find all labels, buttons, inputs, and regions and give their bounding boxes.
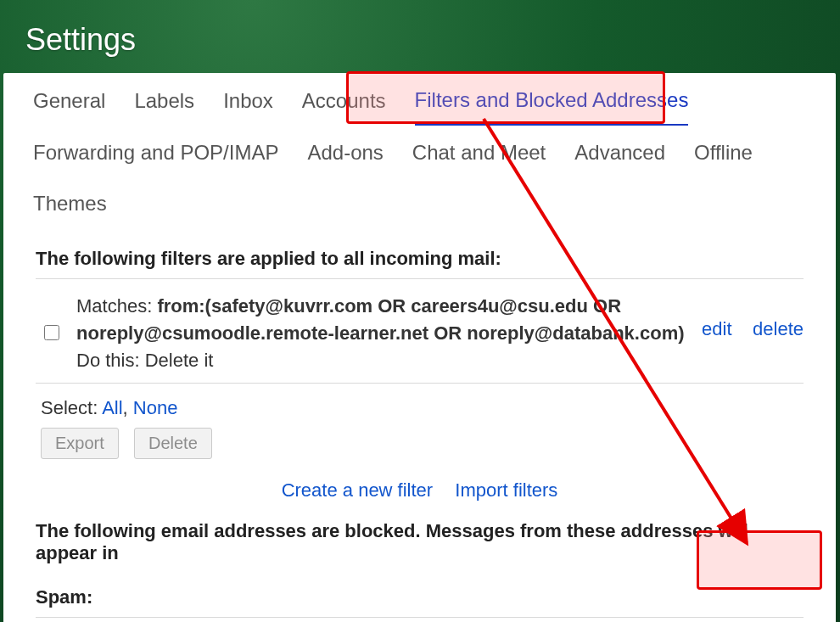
filter-row: Matches: from:(safety@kuvrr.com OR caree… [36, 293, 804, 374]
tab-chat-meet[interactable]: Chat and Meet [412, 126, 546, 177]
tab-addons[interactable]: Add-ons [307, 126, 383, 177]
blocked-heading-line1: The following email addresses are blocke… [36, 520, 748, 563]
select-none-link[interactable]: None [133, 397, 178, 418]
matches-value: from:(safety@kuvrr.com OR careers4u@csu.… [76, 295, 685, 344]
import-filters-link[interactable]: Import filters [455, 479, 557, 501]
page-title: Settings [0, 0, 840, 73]
filter-delete-link[interactable]: delete [753, 318, 804, 339]
tab-labels[interactable]: Labels [134, 74, 194, 125]
tab-advanced[interactable]: Advanced [574, 126, 665, 177]
do-value: Delete it [145, 350, 214, 371]
tab-inbox[interactable]: Inbox [223, 74, 273, 125]
tabs-bar: General Labels Inbox Accounts Filters an… [3, 73, 836, 227]
filters-heading: The following filters are applied to all… [36, 248, 804, 270]
settings-panel: General Labels Inbox Accounts Filters an… [3, 73, 836, 622]
tab-forwarding[interactable]: Forwarding and POP/IMAP [33, 126, 278, 177]
tab-accounts[interactable]: Accounts [302, 74, 386, 125]
create-filter-link[interactable]: Create a new filter [282, 479, 434, 501]
export-button[interactable]: Export [41, 428, 119, 459]
select-label: Select: [41, 397, 102, 418]
tab-offline[interactable]: Offline [694, 126, 753, 177]
tab-themes[interactable]: Themes [33, 177, 107, 227]
filter-edit-link[interactable]: edit [702, 318, 731, 339]
blocked-heading-line2: Spam: [36, 586, 92, 608]
tab-general[interactable]: General [33, 74, 105, 125]
select-all-link[interactable]: All [102, 397, 122, 418]
matches-label: Matches: [76, 295, 157, 317]
delete-button[interactable]: Delete [134, 428, 212, 459]
tab-filters-blocked[interactable]: Filters and Blocked Addresses [415, 73, 689, 126]
do-label: Do this: [76, 350, 145, 371]
filter-checkbox[interactable] [44, 325, 59, 340]
